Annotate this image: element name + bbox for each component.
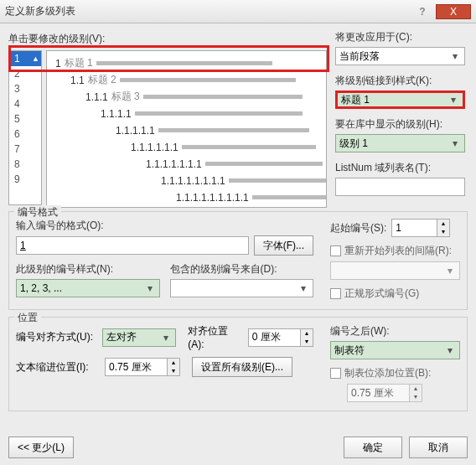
start-at-spinner[interactable]: 1 ▴▾ bbox=[391, 219, 450, 237]
align-label: 编号对齐方式(U): bbox=[16, 330, 97, 344]
listnum-input[interactable] bbox=[335, 178, 465, 196]
preview-line: 1.1.1.1.1 bbox=[116, 125, 309, 136]
preview-pane: 1标题 11.1标题 21.1.1标题 31.1.1.11.1.1.1.11.1… bbox=[46, 50, 327, 208]
checkbox-icon bbox=[330, 368, 341, 379]
preview-line: 1.1.1.1.1.1.1.1.1 bbox=[176, 192, 327, 203]
start-at-label: 起始编号(S): bbox=[330, 221, 386, 235]
align-at-label: 对齐位置(A): bbox=[188, 324, 243, 350]
level-item-9[interactable]: 9 bbox=[9, 172, 41, 187]
chevron-down-icon: ▾ bbox=[444, 265, 456, 276]
restart-checkbox[interactable]: 重新开始列表的间隔(R): bbox=[330, 244, 460, 258]
spin-up-icon[interactable]: ▴ bbox=[437, 220, 449, 228]
preview-line: 1.1.1.1 bbox=[101, 108, 303, 119]
apply-to-value: 当前段落 bbox=[339, 49, 380, 64]
indent-spinner[interactable]: 0.75 厘米 ▴▾ bbox=[105, 358, 180, 376]
level-item-8[interactable]: 8 bbox=[9, 157, 41, 172]
legal-checkbox[interactable]: 正规形式编号(G) bbox=[330, 287, 460, 301]
close-button[interactable]: X bbox=[436, 4, 471, 19]
spin-down-icon[interactable]: ▾ bbox=[437, 228, 449, 236]
number-format-group: 编号格式 输入编号的格式(O): 1 字体(F)... 此级别的编号样式(N):… bbox=[8, 211, 468, 310]
preview-line: 1.1标题 2 bbox=[70, 75, 296, 85]
link-style-value: 标题 1 bbox=[341, 93, 370, 107]
tab-add-spinner: 0.75 厘米 ▴▾ bbox=[347, 384, 422, 402]
number-format-title: 编号格式 bbox=[14, 205, 61, 220]
link-style-label: 将级别链接到样式(K): bbox=[335, 74, 465, 88]
include-level-label: 包含的级别编号来自(D): bbox=[170, 262, 314, 276]
listnum-label: ListNum 域列表名(T): bbox=[335, 161, 465, 175]
preview-line: 1.1.1.1.1.1 bbox=[131, 142, 316, 152]
help-button[interactable]: ? bbox=[411, 4, 434, 19]
titlebar: 定义新多级列表 ? X bbox=[0, 0, 476, 23]
gallery-level-label: 要在库中显示的级别(H): bbox=[335, 117, 465, 132]
less-button[interactable]: << 更少(L) bbox=[8, 437, 74, 458]
dialog-title: 定义新多级列表 bbox=[5, 4, 409, 18]
number-format-label: 输入编号的格式(O): bbox=[16, 219, 313, 233]
include-level-select[interactable]: ▾ bbox=[170, 279, 314, 297]
level-item-5[interactable]: 5 bbox=[9, 111, 41, 127]
spin-up-icon[interactable]: ▴ bbox=[300, 329, 313, 338]
level-item-4[interactable]: 4 bbox=[9, 96, 41, 111]
cancel-button[interactable]: 取消 bbox=[409, 437, 468, 458]
gallery-level-select[interactable]: 级别 1▾ bbox=[335, 134, 465, 152]
chevron-down-icon: ▾ bbox=[449, 137, 461, 149]
spin-down-icon: ▾ bbox=[409, 393, 422, 401]
chevron-down-icon: ▾ bbox=[444, 344, 456, 356]
spin-up-icon: ▴ bbox=[409, 385, 422, 393]
preview-line: 1标题 1 bbox=[55, 58, 272, 69]
number-style-value: 1, 2, 3, ... bbox=[20, 282, 62, 294]
apply-to-label: 将更改应用于(C): bbox=[335, 30, 465, 44]
chevron-down-icon: ▾ bbox=[144, 282, 156, 294]
chevron-down-icon: ▾ bbox=[449, 50, 461, 62]
checkbox-icon bbox=[330, 245, 341, 256]
ok-button[interactable]: 确定 bbox=[344, 437, 402, 458]
level-item-6[interactable]: 6 bbox=[9, 127, 41, 142]
number-style-label: 此级别的编号样式(N): bbox=[16, 262, 160, 276]
align-at-spinner[interactable]: 0 厘米 ▴▾ bbox=[248, 328, 313, 347]
level-item-2[interactable]: 2 bbox=[9, 66, 41, 81]
right-column: 将更改应用于(C): 当前段落▾ 将级别链接到样式(K): 标题 1▾ 要在库中… bbox=[335, 30, 465, 204]
spin-down-icon[interactable]: ▾ bbox=[300, 338, 313, 346]
level-item-7[interactable]: 7 bbox=[9, 142, 41, 157]
preview-line: 1.1.1.1.1.1.1 bbox=[146, 158, 323, 169]
number-style-select[interactable]: 1, 2, 3, ...▾ bbox=[16, 279, 160, 297]
level-list[interactable]: 1▲ 2 3 4 5 6 7 8 9 bbox=[8, 50, 42, 205]
follow-select[interactable]: 制表符▾ bbox=[330, 341, 460, 359]
level-item-3[interactable]: 3 bbox=[9, 81, 41, 96]
indent-label: 文本缩进位置(I): bbox=[16, 360, 100, 375]
follow-label: 编号之后(W): bbox=[330, 324, 460, 338]
tab-add-checkbox[interactable]: 制表位添加位置(B): bbox=[330, 366, 460, 380]
chevron-down-icon: ▾ bbox=[160, 332, 172, 344]
gallery-level-value: 级别 1 bbox=[339, 137, 368, 151]
position-group: 位置 编号对齐方式(U): 左对齐▾ 对齐位置(A): 0 厘米 ▴▾ 文本缩进… bbox=[8, 317, 468, 411]
chevron-down-icon: ▾ bbox=[448, 94, 459, 106]
restart-select: ▾ bbox=[330, 261, 460, 280]
bottom-bar: << 更少(L) 确定 取消 bbox=[8, 437, 468, 458]
chevron-down-icon: ▾ bbox=[298, 282, 309, 294]
checkbox-icon bbox=[330, 288, 341, 299]
number-format-input[interactable]: 1 bbox=[16, 236, 249, 255]
preview-line: 1.1.1.1.1.1.1.1 bbox=[161, 175, 327, 186]
level-item-1[interactable]: 1▲ bbox=[9, 51, 41, 66]
preview-line: 1.1.1标题 3 bbox=[85, 91, 303, 102]
spin-down-icon[interactable]: ▾ bbox=[167, 367, 179, 375]
apply-to-select[interactable]: 当前段落▾ bbox=[335, 47, 465, 65]
link-style-select[interactable]: 标题 1▾ bbox=[335, 90, 465, 109]
align-select[interactable]: 左对齐▾ bbox=[102, 328, 176, 347]
set-all-levels-button[interactable]: 设置所有级别(E)... bbox=[192, 357, 292, 377]
spin-up-icon[interactable]: ▴ bbox=[167, 359, 179, 367]
font-button[interactable]: 字体(F)... bbox=[254, 235, 313, 256]
position-title: 位置 bbox=[14, 311, 41, 325]
